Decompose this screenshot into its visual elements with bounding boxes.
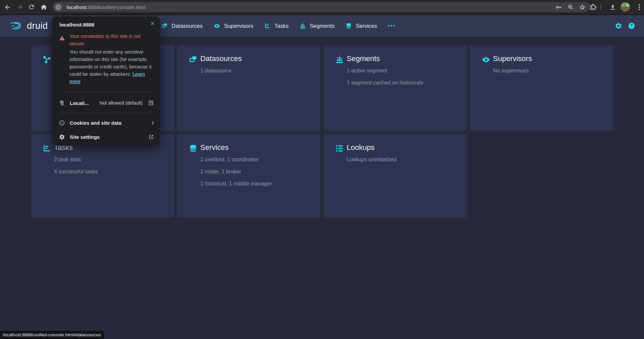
bookmark-star-button[interactable] (579, 4, 586, 11)
forward-icon (16, 4, 23, 11)
card-line: 2 task slots (54, 154, 98, 166)
card-lines: 1 overlord, 1 coordinator 1 router, 1 br… (200, 154, 272, 190)
back-button[interactable] (2, 2, 13, 12)
nav-label: Segments (310, 23, 335, 29)
graph-icon (42, 55, 51, 64)
zoom-button[interactable] (567, 4, 574, 10)
site-info-button[interactable] (54, 3, 62, 11)
home-button[interactable] (38, 2, 49, 12)
eye-icon (481, 55, 490, 64)
reload-icon (28, 4, 35, 10)
nav-datasources[interactable]: Datasources (161, 22, 203, 29)
eye-icon (213, 22, 220, 30)
divider (59, 92, 153, 92)
navbar-actions: ? (615, 15, 635, 37)
divider (59, 113, 153, 113)
card-line: 1 historical, 1 middle manager (200, 178, 272, 190)
card-line: 1 datasource (200, 65, 232, 77)
row-label: Site settings (70, 134, 100, 140)
row-label: Cookies and site data (70, 120, 121, 126)
nav-more-button[interactable]: ••• (388, 22, 396, 29)
site-settings-row[interactable]: Site settings (59, 131, 154, 143)
help-button[interactable]: ? (628, 22, 635, 30)
location-off-icon (59, 100, 65, 106)
card-tasks[interactable]: Tasks 2 task slots 4 successful tasks (31, 134, 174, 218)
chevron-right-icon: › (152, 120, 154, 126)
permission-value: Not allowed (default) (100, 100, 143, 106)
browser-menu-button[interactable] (634, 2, 644, 12)
card-segments[interactable]: Segments 1 active segment 1 segment cach… (324, 45, 467, 131)
gear-icon (615, 22, 622, 30)
card-services[interactable]: Services 1 overlord, 1 coordinator 1 rou… (177, 134, 320, 218)
nav-segments[interactable]: Segments (299, 22, 335, 29)
toolbar-separator (600, 4, 601, 10)
settings-gear-icon (59, 134, 65, 140)
card-title: Services (200, 143, 229, 152)
card-lines: 2 task slots 4 successful tasks (54, 154, 98, 178)
close-icon[interactable]: ✕ (150, 20, 155, 27)
card-line: No supervisors (493, 65, 529, 77)
card-supervisors[interactable]: Supervisors No supervisors (470, 45, 613, 131)
card-line: 1 active segment (347, 65, 424, 77)
browser-toolbar: localhost:8888/unified-console.html (0, 0, 644, 14)
downloads-button[interactable] (607, 2, 618, 12)
popup-body: You should not enter any sensitive infor… (69, 48, 154, 85)
cookies-row[interactable]: Cookies and site data › (59, 117, 154, 129)
info-icon (55, 4, 61, 10)
card-lines: Lookups uninitialized (347, 154, 397, 166)
download-icon (609, 4, 616, 10)
services-icon (189, 144, 198, 153)
card-datasources[interactable]: Datasources 1 datasource (177, 45, 320, 131)
nav-label: Datasources (171, 23, 203, 29)
segments-icon (299, 22, 306, 29)
card-line: 1 segment cached on historicals (347, 77, 424, 89)
embedded-site-icon (148, 100, 154, 106)
card-line: Lookups uninitialized (347, 154, 397, 166)
card-lines: 1 datasource (200, 65, 232, 77)
card-line: 4 successful tasks (54, 166, 98, 178)
druid-logo-icon (10, 21, 23, 31)
url-path: :8888/unified-console.html (87, 4, 145, 10)
card-title: Lookups (347, 143, 375, 152)
datasources-icon (161, 22, 168, 29)
nav-services[interactable]: Services (345, 22, 377, 29)
card-title: Datasources (200, 54, 242, 63)
tasks-icon (42, 144, 51, 153)
brand-name: druid (27, 21, 48, 31)
card-lines: 1 active segment 1 segment cached on his… (347, 65, 424, 89)
open-in-new-icon (148, 134, 154, 140)
nav-tasks[interactable]: Tasks (264, 22, 289, 29)
permission-label: Locati... (70, 100, 89, 106)
card-lookups[interactable]: Lookups Lookups uninitialized (324, 134, 467, 218)
url-host: localhost (67, 4, 87, 10)
card-line: 1 router, 1 broker (200, 166, 272, 178)
profile-avatar[interactable] (621, 2, 630, 12)
forward-button[interactable] (14, 2, 25, 12)
omnibox-actions (555, 4, 590, 11)
card-title: Supervisors (493, 54, 532, 63)
password-key-button[interactable] (555, 4, 562, 11)
card-line: 1 overlord, 1 coordinator (200, 154, 272, 166)
segments-icon (335, 55, 344, 64)
home-icon (40, 4, 47, 11)
nav-items: Datasources Supervisors Tasks Segments (161, 15, 396, 37)
zoom-in-icon (567, 4, 574, 10)
nav-label: Services (356, 23, 377, 29)
settings-gear-button[interactable] (615, 22, 622, 30)
location-permission-row[interactable]: Locati... Not allowed (default) (59, 97, 154, 109)
reload-button[interactable] (26, 2, 37, 12)
cookie-icon (59, 120, 65, 126)
services-icon (345, 22, 352, 29)
nav-supervisors[interactable]: Supervisors (213, 22, 253, 30)
warning-text: Your connection to this site is not secu… (69, 33, 148, 47)
datasources-icon (189, 55, 198, 64)
key-icon (555, 4, 562, 11)
nav-label: Supervisors (224, 23, 253, 29)
help-icon: ? (628, 22, 635, 30)
card-title: Segments (347, 54, 380, 63)
address-bar[interactable]: localhost:8888/unified-console.html (53, 2, 590, 12)
druid-logo[interactable]: druid (10, 15, 48, 37)
nav-label: Tasks (275, 23, 289, 29)
svg-text:?: ? (630, 23, 633, 28)
card-lines: No supervisors (493, 65, 529, 77)
